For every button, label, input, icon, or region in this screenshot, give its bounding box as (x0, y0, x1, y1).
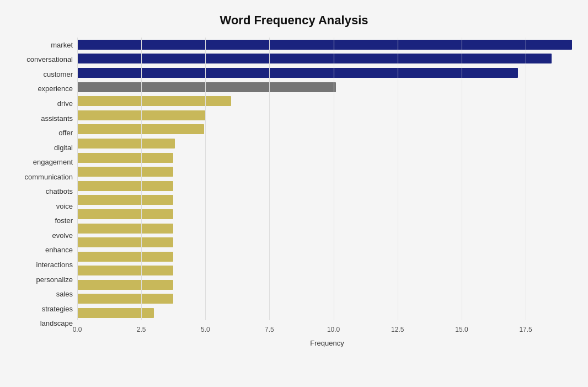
chart-title: Word Frequency Analysis (11, 13, 577, 28)
bar (77, 167, 173, 177)
bar (77, 237, 173, 247)
bar (77, 54, 552, 63)
x-tick-label: 12.5 (391, 326, 404, 333)
chart-area: marketconversationalcustomerexperiencedr… (11, 38, 577, 347)
bar-row (77, 95, 577, 107)
y-label: interactions (36, 261, 73, 268)
x-axis-title: Frequency (77, 339, 577, 347)
grid-line (205, 38, 206, 320)
plot-area: 0.02.55.07.510.012.515.017.5 Frequency (77, 38, 577, 347)
bar (77, 153, 173, 163)
bar-row (77, 39, 577, 51)
bar-row (77, 264, 577, 277)
bar-row (77, 109, 577, 121)
y-label: engagement (33, 158, 73, 166)
y-label: offer (58, 129, 73, 136)
y-label: foster (55, 217, 73, 224)
bar-row (77, 236, 577, 248)
grid-line (398, 38, 398, 320)
bar (77, 96, 231, 106)
x-tick-label: 15.0 (455, 326, 468, 333)
bar-row (77, 81, 577, 93)
x-tick-label: 0.0 (73, 326, 82, 333)
grid-line (462, 38, 462, 320)
x-tick-label: 5.0 (201, 326, 210, 333)
grid-line (141, 38, 142, 320)
bar-row (77, 123, 577, 135)
grid-line (77, 38, 78, 320)
bar-row (77, 279, 577, 291)
bar (77, 266, 173, 275)
y-label: conversational (26, 56, 73, 63)
y-label: communication (25, 173, 73, 181)
bar-row (77, 222, 577, 235)
bar (77, 139, 175, 149)
bar (77, 308, 154, 318)
y-label: landscape (40, 320, 73, 327)
y-label: digital (54, 144, 73, 151)
bar-row (77, 251, 577, 263)
y-label: personalize (36, 276, 73, 283)
bar-row (77, 67, 577, 79)
x-tick-label: 2.5 (137, 326, 146, 333)
bar-row (77, 152, 577, 164)
y-label: chatbots (46, 188, 73, 195)
y-label: experience (38, 85, 73, 92)
y-label: assistants (41, 115, 73, 122)
grid-line (269, 38, 270, 320)
y-label: strategies (42, 305, 73, 312)
y-label: evolve (52, 232, 73, 239)
bar-row (77, 180, 577, 192)
bar (77, 280, 173, 290)
y-label: market (51, 41, 73, 49)
y-axis: marketconversationalcustomerexperiencedr… (11, 38, 77, 347)
x-tick-label: 17.5 (519, 326, 532, 333)
bar-row (77, 293, 577, 305)
bar (77, 181, 173, 191)
bar-row (77, 208, 577, 220)
bar-row (77, 307, 577, 319)
chart-container: Word Frequency Analysis marketconversati… (0, 0, 588, 387)
x-tick-label: 10.0 (327, 326, 340, 333)
y-label: voice (56, 203, 73, 210)
x-tick-label: 7.5 (265, 326, 274, 333)
bar (77, 195, 173, 205)
bar (77, 124, 204, 134)
bar (77, 40, 572, 50)
bar (77, 82, 336, 92)
x-axis-ticks: 0.02.55.07.510.012.515.017.5 (77, 324, 577, 337)
grid-line (526, 38, 526, 320)
y-label: sales (56, 290, 73, 298)
bar-row (77, 137, 577, 150)
y-label: drive (57, 100, 73, 107)
bar (77, 252, 173, 262)
grid-line (334, 38, 334, 320)
y-label: customer (44, 71, 73, 78)
y-label: enhance (45, 246, 73, 253)
bar-row (77, 166, 577, 178)
bar (77, 294, 173, 304)
bar-row (77, 194, 577, 206)
bar-row (77, 52, 577, 65)
grid-lines (77, 38, 577, 320)
bar (77, 224, 173, 234)
bars-wrapper: 0.02.55.07.510.012.515.017.5 (77, 38, 577, 337)
bar (77, 209, 173, 219)
bar (77, 110, 205, 120)
bar (77, 68, 518, 78)
